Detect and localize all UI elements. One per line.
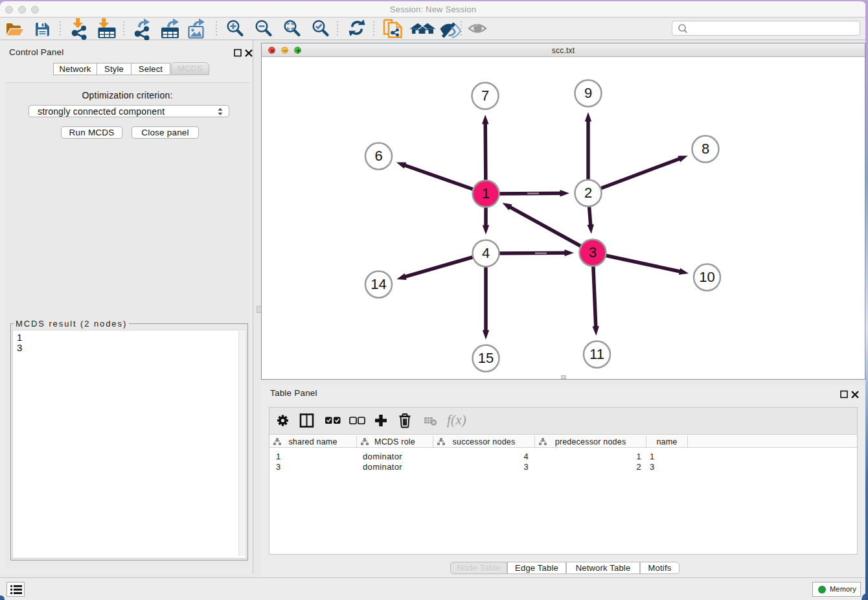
svg-text:f(x): f(x) bbox=[447, 412, 466, 428]
